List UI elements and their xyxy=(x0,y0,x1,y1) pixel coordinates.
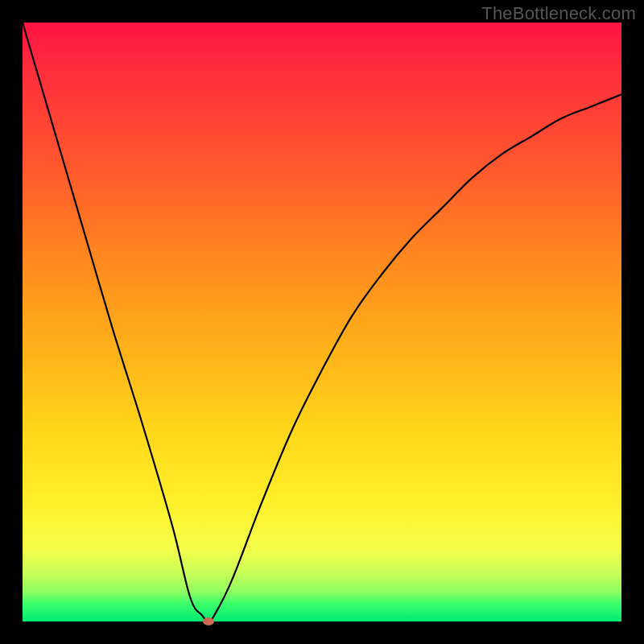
watermark-text: TheBottleneck.com xyxy=(481,3,636,24)
optimum-marker xyxy=(203,617,214,625)
chart-frame: TheBottleneck.com xyxy=(0,0,644,644)
plot-area xyxy=(23,23,621,621)
bottleneck-curve xyxy=(23,23,621,621)
